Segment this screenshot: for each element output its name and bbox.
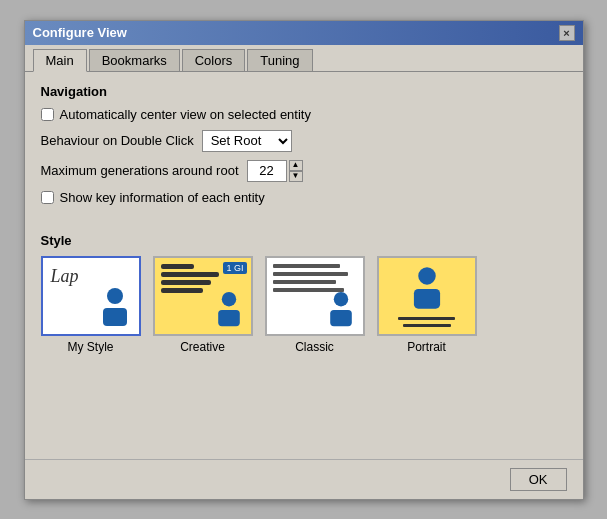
navigation-header: Navigation	[41, 84, 567, 99]
show-key-checkbox[interactable]	[41, 191, 54, 204]
svg-rect-5	[330, 310, 352, 326]
tab-colors[interactable]: Colors	[182, 49, 246, 71]
style-item-classic[interactable]: Classic	[265, 256, 365, 354]
behaviour-dropdown-wrapper: Set Root	[202, 130, 292, 152]
auto-center-checkbox[interactable]	[41, 108, 54, 121]
style-label-classic: Classic	[295, 340, 334, 354]
max-gen-label: Maximum generations around root	[41, 163, 239, 178]
svg-point-6	[418, 267, 435, 284]
my-style-text: Lap	[51, 266, 79, 287]
show-key-label: Show key information of each entity	[60, 190, 265, 205]
svg-point-0	[107, 288, 123, 304]
svg-point-2	[221, 292, 235, 306]
max-gen-row: Maximum generations around root ▲ ▼	[41, 160, 567, 182]
svg-point-4	[333, 292, 347, 306]
style-label-creative: Creative	[180, 340, 225, 354]
tab-bookmarks[interactable]: Bookmarks	[89, 49, 180, 71]
main-content: Navigation Automatically center view on …	[25, 72, 583, 459]
svg-rect-3	[218, 310, 240, 326]
show-key-row: Show key information of each entity	[41, 190, 567, 205]
style-thumbnail-classic	[265, 256, 365, 336]
style-thumbnail-portrait	[377, 256, 477, 336]
close-button[interactable]: ×	[559, 25, 575, 41]
behaviour-label: Behaviour on Double Click	[41, 133, 194, 148]
max-gen-input[interactable]	[247, 160, 287, 182]
configure-view-dialog: Configure View × Main Bookmarks Colors T…	[24, 20, 584, 500]
max-gen-spinner: ▲ ▼	[247, 160, 303, 182]
style-section: Style Lap My Style	[41, 233, 567, 354]
style-item-creative[interactable]: 1 GI Creative	[153, 256, 253, 354]
tab-tuning[interactable]: Tuning	[247, 49, 312, 71]
tab-main[interactable]: Main	[33, 49, 87, 72]
behaviour-dropdown[interactable]: Set Root	[202, 130, 292, 152]
svg-rect-1	[103, 308, 127, 326]
svg-rect-7	[413, 289, 439, 309]
spinner-buttons: ▲ ▼	[289, 160, 303, 182]
style-item-my-style[interactable]: Lap My Style	[41, 256, 141, 354]
spinner-down-button[interactable]: ▼	[289, 171, 303, 182]
bottom-bar: OK	[25, 459, 583, 499]
behaviour-row: Behaviour on Double Click Set Root	[41, 130, 567, 152]
person-icon-portrait	[405, 265, 449, 313]
title-bar: Configure View ×	[25, 21, 583, 45]
tab-bar: Main Bookmarks Colors Tuning	[25, 45, 583, 72]
auto-center-label: Automatically center view on selected en…	[60, 107, 311, 122]
style-label-portrait: Portrait	[407, 340, 446, 354]
person-icon-creative	[211, 290, 247, 330]
person-icon-classic	[323, 290, 359, 330]
style-thumbnail-creative: 1 GI	[153, 256, 253, 336]
creative-badge: 1 GI	[223, 262, 246, 274]
style-thumbnail-my-style: Lap	[41, 256, 141, 336]
navigation-section: Navigation Automatically center view on …	[41, 84, 567, 213]
style-label-my-style: My Style	[67, 340, 113, 354]
dialog-title: Configure View	[33, 25, 127, 40]
spinner-up-button[interactable]: ▲	[289, 160, 303, 171]
person-icon-my-style	[95, 286, 135, 330]
auto-center-row: Automatically center view on selected en…	[41, 107, 567, 122]
ok-button[interactable]: OK	[510, 468, 567, 491]
style-header: Style	[41, 233, 567, 248]
style-item-portrait[interactable]: Portrait	[377, 256, 477, 354]
style-grid: Lap My Style	[41, 256, 567, 354]
